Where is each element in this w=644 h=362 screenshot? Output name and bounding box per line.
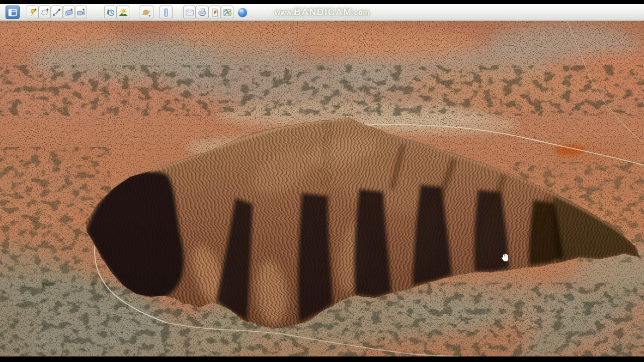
save-image-button[interactable] <box>208 6 221 19</box>
ruler-icon <box>161 8 171 18</box>
printer-icon <box>197 8 207 18</box>
top-black-bar <box>0 0 644 4</box>
dropdown-caret-icon <box>148 15 150 17</box>
historical-imagery-button[interactable] <box>104 6 117 19</box>
google-earth-toolbar: www.BANDICAM.com <box>0 4 644 21</box>
earth-3d-viewport[interactable] <box>0 21 644 356</box>
map-star-icon <box>222 8 232 18</box>
watermark-suffix: .com <box>352 9 369 17</box>
envelope-icon <box>185 8 195 18</box>
sun-landscape-icon <box>118 8 128 18</box>
blue-globe-icon <box>237 7 248 18</box>
image-overlay-icon <box>64 8 74 18</box>
uluru-scene <box>0 21 644 356</box>
save-image-icon <box>210 8 220 18</box>
clock-history-icon <box>106 8 116 18</box>
print-button[interactable] <box>196 6 208 19</box>
globe-button[interactable] <box>235 6 250 19</box>
record-tour-button[interactable] <box>75 6 87 19</box>
pushpin-icon <box>28 8 38 18</box>
email-button[interactable] <box>183 6 196 19</box>
sidebar-panel-icon <box>8 8 18 18</box>
add-polygon-button[interactable] <box>39 6 51 19</box>
add-path-button[interactable] <box>51 6 63 19</box>
add-placemark-button[interactable] <box>27 6 39 19</box>
bottom-black-bar <box>0 356 644 362</box>
watermark-brand: BANDICAM <box>294 7 352 18</box>
polygon-icon <box>40 8 50 18</box>
ruler-button[interactable] <box>159 6 173 19</box>
sunlight-button[interactable] <box>117 6 129 19</box>
video-camera-icon <box>76 8 86 18</box>
screen: www.BANDICAM.com <box>0 0 644 362</box>
sidebar-toggle-button[interactable] <box>6 6 20 19</box>
view-in-google-maps-button[interactable] <box>221 6 233 19</box>
path-icon <box>52 8 62 18</box>
saturn-icon <box>141 8 152 18</box>
add-image-overlay-button[interactable] <box>63 6 75 19</box>
planets-button[interactable] <box>139 6 153 19</box>
watermark-prefix: www. <box>275 9 294 17</box>
bandicam-watermark: www.BANDICAM.com <box>275 7 369 18</box>
